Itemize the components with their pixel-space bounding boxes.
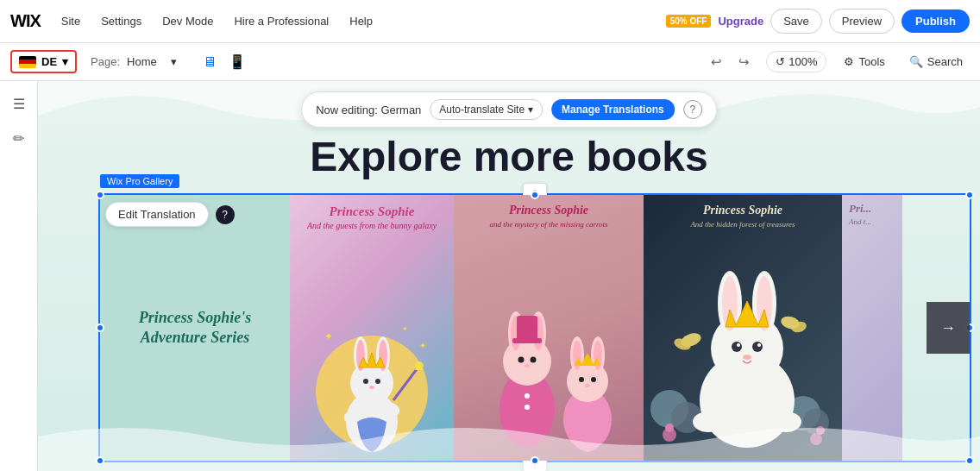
resize-handle-bottom-right[interactable] [965,456,974,465]
search-icon: 🔍 [909,55,923,68]
redo-button[interactable]: ↪ [732,50,756,74]
top-navigation-bar: WIX Site Settings Dev Mode Hire a Profes… [0,0,980,43]
book3-subtitle: and the mystery of the missing carrots [454,220,644,229]
book2-title: Princess Sophie [323,195,422,221]
language-selector[interactable]: DE ▾ [10,50,77,73]
book3-title: Princess Sophie [454,195,644,220]
page-label: Page: [91,55,120,68]
resize-handle-top-left[interactable] [96,191,104,199]
book5-title-partial: Pri... [849,202,895,216]
svg-point-41 [585,384,590,387]
translation-toolbar: Now editing: German Auto-translate Site … [301,91,717,128]
resize-handle-top-middle[interactable] [531,191,539,199]
publish-button[interactable]: Publish [901,9,970,33]
svg-point-30 [525,393,530,399]
svg-point-61 [743,355,751,360]
svg-point-57 [732,342,742,352]
left-sidebar: ☰ ✏ [0,81,38,471]
now-editing-label: Now editing: German [316,104,421,116]
undo-button[interactable]: ↩ [704,50,728,74]
tools-button[interactable]: ⚙ Tools [837,52,891,72]
refresh-icon: ↺ [776,55,785,68]
zoom-control[interactable]: ↺ 100% [766,51,826,72]
svg-point-27 [518,357,525,363]
svg-point-8 [375,379,380,384]
sidebar-add-icon[interactable]: ☰ [3,88,35,119]
nav-site[interactable]: Site [54,11,87,31]
auto-translate-label: Auto-translate Site [439,104,525,116]
nav-settings[interactable]: Settings [94,11,148,31]
svg-rect-26 [517,316,537,340]
page-name-value: Home [127,55,157,68]
resize-handle-middle-left[interactable] [96,323,104,332]
book1-text: Princess Sophie's Adventure Series [139,308,252,349]
page-title: Explore more books [310,133,707,180]
svg-point-39 [579,377,584,382]
svg-point-7 [363,379,368,384]
wix-logo: WIX [10,11,41,31]
book4-subtitle: And the hidden forest of treasures [644,220,842,229]
book5-subtitle-partial: And t... [849,217,895,226]
manage-translations-button[interactable]: Manage Translations [551,99,675,120]
wave-bottom-decoration [38,419,980,471]
search-button[interactable]: 🔍 Search [902,52,970,72]
upgrade-button[interactable]: Upgrade [718,15,763,28]
page-dropdown-chevron[interactable]: ▾ [164,52,184,72]
svg-point-31 [525,405,530,410]
german-flag [19,56,36,68]
editor-canvas: Explore more books Now editing: German A… [38,81,980,471]
svg-point-60 [757,343,761,347]
svg-point-9 [369,386,374,389]
svg-point-29 [525,364,530,367]
preview-button[interactable]: Preview [829,9,895,34]
gallery-next-arrow[interactable]: → [927,302,970,354]
edit-translation-bar: Edit Translation ? [105,202,235,227]
tools-icon: ⚙ [844,55,854,68]
svg-point-59 [737,343,740,347]
svg-text:✦: ✦ [419,341,426,350]
svg-point-13 [415,361,424,370]
book4-title: Princess Sophie [644,195,842,220]
svg-text:✦: ✦ [324,330,333,342]
edit-translation-button[interactable]: Edit Translation [105,202,209,227]
editor-toolbar: DE ▾ Page: Home ▾ 🖥 📱 ↩ ↪ ↺ 100% ⚙ Tools… [0,43,980,81]
mobile-view-icon[interactable]: 📱 [225,50,249,74]
zoom-value: 100% [788,55,817,68]
lang-code: DE [41,55,57,68]
book2-subtitle: And the guests from the bunny galaxy [300,221,443,234]
resize-handle-top-right[interactable] [965,191,974,199]
auto-translate-button[interactable]: Auto-translate Site ▾ [430,99,543,120]
nav-dev-mode[interactable]: Dev Mode [155,11,220,31]
edit-help-icon[interactable]: ? [216,205,235,224]
svg-point-28 [531,357,537,363]
resize-handle-bottom-left[interactable] [96,456,104,465]
save-button[interactable]: Save [770,9,822,34]
desktop-view-icon[interactable]: 🖥 [198,50,222,74]
sidebar-edit-icon[interactable]: ✏ [3,122,35,154]
gallery-label: Wix Pro Gallery [100,174,179,188]
nav-help[interactable]: Help [342,11,380,31]
resize-handle-bottom-middle[interactable] [531,456,539,465]
discount-badge: 50% OFF [666,15,712,28]
svg-point-58 [752,342,763,352]
help-icon[interactable]: ? [683,100,702,119]
svg-point-40 [591,377,596,382]
svg-text:✦: ✦ [402,325,408,333]
chevron-down-icon: ▾ [62,55,68,68]
chevron-down-icon: ▾ [528,104,533,116]
nav-hire-professional[interactable]: Hire a Professional [227,11,336,31]
